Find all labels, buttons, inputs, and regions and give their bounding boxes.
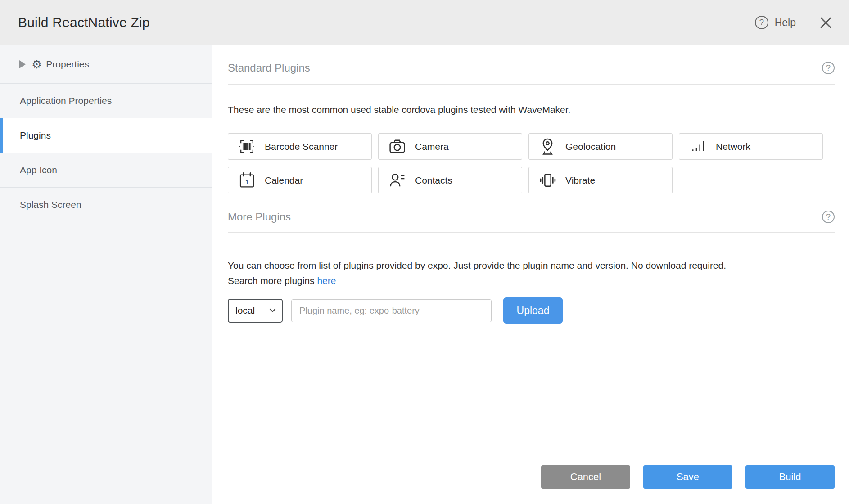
plugin-card-label: Calendar: [265, 175, 303, 186]
sidebar-item-label: Application Properties: [20, 95, 112, 106]
calendar-icon: 1: [238, 171, 256, 189]
here-link[interactable]: here: [317, 275, 336, 286]
plugin-card-network[interactable]: Network: [679, 133, 823, 160]
plugin-card-label: Barcode Scanner: [265, 141, 338, 152]
plugin-card-barcode-scanner[interactable]: Barcode Scanner: [228, 133, 372, 160]
section-help-icon[interactable]: ?: [822, 62, 835, 74]
question-mark-glyph: ?: [826, 63, 831, 73]
sidebar-item-splash-screen[interactable]: Splash Screen: [0, 188, 212, 222]
section-title: More Plugins: [228, 211, 291, 223]
select-value: local: [235, 305, 255, 316]
vibrate-icon: [538, 171, 557, 189]
plugin-upload-form: local Upload: [228, 297, 835, 324]
section-title: Standard Plugins: [228, 62, 310, 74]
plugin-cards: Barcode Scanner Camera Geolocation: [228, 133, 829, 194]
help-label[interactable]: Help: [775, 17, 796, 29]
more-plugins-description-text: You can choose from list of plugins prov…: [228, 260, 726, 270]
more-plugins-header: More Plugins ?: [228, 211, 835, 233]
sidebar-item-label: App Icon: [20, 165, 57, 176]
geolocation-icon: [538, 137, 557, 156]
plugin-card-calendar[interactable]: 1 Calendar: [228, 167, 372, 194]
sidebar-item-properties[interactable]: ⚙ Properties: [0, 45, 212, 84]
sidebar-item-label: Plugins: [20, 130, 51, 141]
cancel-button[interactable]: Cancel: [541, 465, 630, 489]
question-mark-glyph: ?: [826, 212, 831, 222]
sidebar-item-plugins[interactable]: Plugins: [0, 118, 212, 153]
plugin-card-label: Vibrate: [565, 175, 595, 186]
plugin-source-select[interactable]: local: [228, 299, 283, 323]
chevron-down-icon: [269, 308, 276, 313]
expand-triangle-icon[interactable]: [19, 60, 26, 68]
standard-plugins-description: These are the most common used stable co…: [228, 104, 835, 115]
camera-icon: [388, 137, 406, 156]
upload-button[interactable]: Upload: [503, 297, 563, 324]
main-content: Standard Plugins ? These are the most co…: [212, 45, 849, 504]
plugin-card-vibrate[interactable]: Vibrate: [528, 167, 673, 194]
footer-divider: [212, 446, 835, 446]
dialog-header: Build ReactNative Zip ? Help: [0, 0, 849, 45]
sidebar-item-label: Properties: [46, 59, 89, 70]
sidebar-item-label: Splash Screen: [20, 199, 81, 210]
standard-plugins-header: Standard Plugins ?: [228, 62, 835, 85]
sidebar: ⚙ Properties Application Properties Plug…: [0, 45, 212, 504]
plugin-card-label: Contacts: [415, 175, 452, 186]
barcode-scanner-icon: [238, 137, 256, 156]
plugin-card-camera[interactable]: Camera: [378, 133, 522, 160]
page-title: Build ReactNative Zip: [18, 15, 150, 30]
plugin-card-label: Geolocation: [565, 141, 616, 152]
svg-text:1: 1: [245, 178, 249, 186]
save-button[interactable]: Save: [643, 465, 732, 489]
contacts-icon: [388, 171, 406, 189]
sidebar-item-app-icon[interactable]: App Icon: [0, 153, 212, 188]
search-more-plugins-text: Search more plugins: [228, 275, 317, 286]
plugin-card-contacts[interactable]: Contacts: [378, 167, 522, 194]
plugin-name-input[interactable]: [291, 299, 492, 322]
plugin-card-geolocation[interactable]: Geolocation: [528, 133, 673, 160]
close-icon[interactable]: [820, 17, 832, 29]
section-help-icon[interactable]: ?: [822, 211, 835, 223]
plugin-card-label: Camera: [415, 141, 449, 152]
dialog-footer: Cancel Save Build: [228, 446, 835, 504]
plugin-card-label: Network: [716, 141, 750, 152]
help-icon[interactable]: ?: [755, 16, 768, 29]
gear-icon: ⚙: [32, 58, 42, 70]
sidebar-item-application-properties[interactable]: Application Properties: [0, 84, 212, 118]
question-mark-glyph: ?: [759, 18, 764, 27]
network-icon: [689, 137, 707, 156]
build-button[interactable]: Build: [745, 465, 835, 489]
more-plugins-description: You can choose from list of plugins prov…: [228, 258, 835, 288]
